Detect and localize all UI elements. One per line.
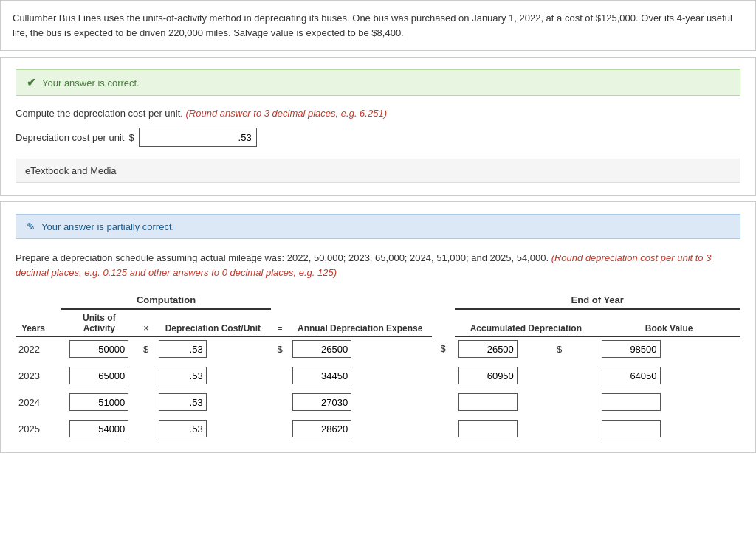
field-label: Depreciation cost per unit <box>16 132 124 143</box>
dep-cost-cell <box>155 417 210 440</box>
dep-cost-input[interactable] <box>159 367 207 384</box>
dollar3-cell <box>432 417 455 440</box>
annual-dep-input[interactable] <box>292 367 351 384</box>
units-cell <box>61 390 137 414</box>
dollar4-cell <box>521 364 597 387</box>
depreciation-cost-input[interactable] <box>139 128 257 147</box>
dollar2-cell: $ <box>271 337 289 361</box>
annual-dep-cell <box>289 364 356 387</box>
equals-cell <box>210 417 271 440</box>
units-input[interactable] <box>69 340 128 358</box>
col-multiply-header: × <box>143 323 148 333</box>
partial-banner: ✎ Your answer is partially correct. <box>16 214 740 239</box>
spacer-cell <box>356 364 432 387</box>
col-equals-header: = <box>278 323 283 333</box>
dep-cost-input[interactable] <box>159 393 207 411</box>
accum-dep-cell <box>455 390 522 414</box>
book-val-cell <box>597 337 664 361</box>
col-book-val-header: Book Value <box>645 323 693 333</box>
spacer-cell <box>356 417 432 440</box>
dollar3-cell <box>432 364 455 387</box>
dollar1-cell <box>137 364 155 387</box>
dollar2-cell <box>271 390 289 414</box>
year-cell: 2025 <box>16 417 61 440</box>
instruction-line: Compute the depreciation cost per unit. … <box>16 108 740 119</box>
units-cell <box>61 337 137 361</box>
problem-text: Cullumber Bus Lines uses the units-of-ac… <box>13 13 732 38</box>
book-val-cell <box>597 417 664 440</box>
annual-dep-cell <box>289 337 356 361</box>
accum-dep-cell <box>455 337 522 361</box>
spacer-cell <box>356 390 432 414</box>
annual-dep-cell <box>289 417 356 440</box>
year-cell: 2022 <box>16 337 61 361</box>
dep-cost-cell <box>155 337 210 361</box>
dollar4-cell <box>521 390 597 414</box>
pencil-icon: ✎ <box>27 221 35 232</box>
partial-instruction: Prepare a depreciation schedule assuming… <box>16 251 740 280</box>
col-units-header: Units of Activity <box>83 313 116 333</box>
book-val-cell <box>597 364 664 387</box>
correct-banner: ✔ Your answer is correct. <box>16 69 740 96</box>
problem-statement: Cullumber Bus Lines uses the units-of-ac… <box>0 0 756 51</box>
dollar2-cell <box>271 417 289 440</box>
partial-banner-text: Your answer is partially correct. <box>41 221 174 232</box>
partial-instruction-main: Prepare a depreciation schedule assuming… <box>16 252 551 263</box>
year-cell: 2023 <box>16 364 61 387</box>
computation-header: Computation <box>137 294 196 305</box>
correct-banner-text: Your answer is correct. <box>42 77 140 89</box>
dollar2-cell <box>271 364 289 387</box>
dollar1-cell <box>137 390 155 414</box>
units-input[interactable] <box>69 420 128 437</box>
accum-dep-input[interactable] <box>458 420 518 437</box>
dollar4-cell: $ <box>521 337 597 361</box>
table-row: 2025 <box>16 417 740 440</box>
spacer-cell <box>356 337 432 361</box>
section-correct: ✔ Your answer is correct. Compute the de… <box>0 57 756 196</box>
section-partial: ✎ Your answer is partially correct. Prep… <box>0 201 756 453</box>
dollar3-cell <box>432 390 455 414</box>
page-container: Cullumber Bus Lines uses the units-of-ac… <box>0 0 756 453</box>
equals-cell <box>210 364 271 387</box>
dep-cost-input[interactable] <box>159 420 207 437</box>
book-val-input[interactable] <box>602 393 661 411</box>
units-cell <box>61 364 137 387</box>
equals-cell <box>210 337 271 361</box>
accum-dep-cell <box>455 364 522 387</box>
accum-dep-input[interactable] <box>458 340 518 358</box>
equals-cell <box>210 390 271 414</box>
etextbook-label: eTextbook and Media <box>25 165 117 176</box>
instruction-main: Compute the depreciation cost per unit. <box>16 108 186 119</box>
dep-cost-cell <box>155 364 210 387</box>
round-note: (Round answer to 3 decimal places, e.g. … <box>186 108 387 119</box>
book-val-cell <box>597 390 664 414</box>
etextbook-bar[interactable]: eTextbook and Media <box>16 159 740 183</box>
annual-dep-input[interactable] <box>292 420 351 437</box>
units-input[interactable] <box>69 367 128 384</box>
table-row: 2022$$$$ <box>16 337 740 361</box>
col-dep-cost-header: Depreciation Cost/Unit <box>165 323 261 333</box>
units-input[interactable] <box>69 393 128 411</box>
book-val-input[interactable] <box>602 340 661 358</box>
dollar-sign: $ <box>128 132 134 143</box>
table-row: 2024 <box>16 390 740 414</box>
dollar1-cell <box>137 417 155 440</box>
accum-dep-input[interactable] <box>458 393 518 411</box>
depreciation-cost-row: Depreciation cost per unit $ <box>16 128 740 147</box>
table-row: 2023 <box>16 364 740 387</box>
check-icon: ✔ <box>27 76 36 89</box>
section-header-row: Computation End of Year <box>16 291 740 309</box>
col-years-header: Years <box>21 323 45 333</box>
book-val-input[interactable] <box>602 367 661 384</box>
dollar1-cell: $ <box>137 337 155 361</box>
col-annual-dep-header: Annual Depreciation Expense <box>298 323 422 333</box>
book-val-input[interactable] <box>602 420 661 437</box>
annual-dep-input[interactable] <box>292 393 351 411</box>
dollar4-cell <box>521 417 597 440</box>
dep-cost-input[interactable] <box>159 340 207 358</box>
end-of-year-header: End of Year <box>571 294 624 305</box>
accum-dep-input[interactable] <box>458 367 518 384</box>
col-accum-dep-header: Accumulated Depreciation <box>470 323 582 333</box>
depreciation-table: Computation End of Year Years <box>16 291 740 440</box>
annual-dep-input[interactable] <box>292 340 351 358</box>
